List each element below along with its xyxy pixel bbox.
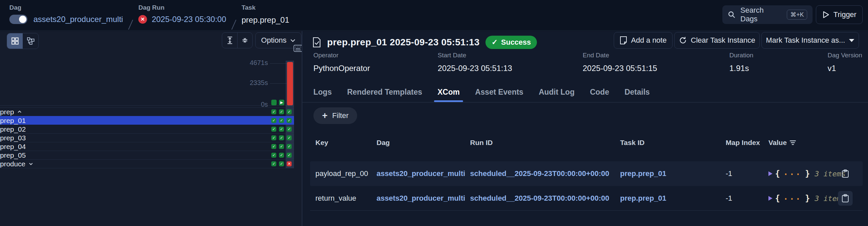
xcom-dag-link[interactable]: assets20_producer_multi <box>376 161 465 186</box>
refresh-icon <box>679 36 687 44</box>
task-row-prep-04[interactable]: prep_04 <box>0 142 294 151</box>
expand-value-icon[interactable] <box>769 196 772 201</box>
status-square[interactable] <box>279 153 284 158</box>
dag-run-label: Dag Run <box>138 4 226 11</box>
status-square[interactable] <box>287 161 292 166</box>
xcom-run-id-link[interactable]: scheduled__2025-09-23T00:00:00+00:00 <box>470 161 609 186</box>
breadcrumb-dag-run-link[interactable]: 2025-09-23 05:30:00 <box>152 15 226 24</box>
breadcrumb: Dag assets20_producer_multi Dag Run ✕ 20… <box>9 4 289 30</box>
top-header: Dag assets20_producer_multi Dag Run ✕ 20… <box>0 0 868 31</box>
column-header-dag[interactable]: Dag <box>376 135 390 151</box>
manual-run-play-icon: ▶ <box>279 100 284 105</box>
task-name: prep_01 <box>0 116 26 125</box>
task-row-produce[interactable]: produce <box>0 159 294 168</box>
task-name: prep_02 <box>0 125 26 133</box>
column-header-key[interactable]: Key <box>315 135 329 151</box>
status-square[interactable] <box>271 153 276 158</box>
collapse-rows-button[interactable] <box>237 33 252 48</box>
task-name: prep_05 <box>0 151 26 159</box>
xcom-map-index: -1 <box>726 161 732 186</box>
status-square[interactable] <box>279 127 284 132</box>
expand-value-icon[interactable] <box>769 171 772 176</box>
expand-rows-button[interactable] <box>222 33 237 48</box>
clear-task-instance-button[interactable]: Clear Task Instance <box>674 32 760 49</box>
tab-xcom[interactable]: XCom <box>437 84 459 102</box>
status-square[interactable] <box>279 144 284 149</box>
search-dags-label: Search Dags <box>740 6 779 23</box>
tab-bar: Logs Rendered Templates XCom Asset Event… <box>302 84 868 103</box>
axis-tick-mid: 2335s <box>245 79 268 87</box>
value-filter-icon[interactable] <box>789 140 796 145</box>
task-row-prep-02[interactable]: prep_02 <box>0 125 294 133</box>
copy-value-button[interactable] <box>838 166 852 181</box>
task-instance-header: prep.prep_01 2025-09-23 05:51:13 ✓ Succe… <box>312 36 537 49</box>
mark-task-instance-as-dropdown[interactable]: Mark Task Instance as... <box>762 32 859 49</box>
xcom-dag-link[interactable]: assets20_producer_multi <box>376 186 465 211</box>
tab-code[interactable]: Code <box>590 84 610 102</box>
grid-view-button[interactable] <box>7 33 23 49</box>
axis-baseline <box>0 105 293 106</box>
search-dags-button[interactable]: Search Dags ⌘+K <box>722 5 812 24</box>
xcom-run-id-link[interactable]: scheduled__2025-09-23T00:00:00+00:00 <box>470 186 609 211</box>
tab-rendered-templates[interactable]: Rendered Templates <box>347 84 422 102</box>
task-row-prep-05[interactable]: prep_05 <box>0 151 294 159</box>
breadcrumb-separator <box>128 20 133 30</box>
add-note-button[interactable]: Add a note <box>614 32 673 49</box>
xcom-task-id-link[interactable]: prep.prep_01 <box>620 161 666 186</box>
trigger-button[interactable]: Trigger <box>816 5 863 24</box>
keyboard-shortcuts-icon[interactable] <box>293 44 303 52</box>
tab-logs[interactable]: Logs <box>313 84 332 102</box>
run-bar-failed[interactable] <box>287 62 293 105</box>
task-row-prep[interactable]: prep <box>0 107 294 116</box>
status-square[interactable] <box>287 144 292 149</box>
status-square[interactable] <box>271 118 276 123</box>
status-square[interactable] <box>287 135 292 140</box>
task-name: prep <box>0 108 14 116</box>
note-icon <box>620 36 627 45</box>
status-square[interactable] <box>271 161 276 166</box>
dag-pause-toggle[interactable] <box>9 15 27 24</box>
status-square[interactable] <box>279 118 284 123</box>
add-filter-button[interactable]: + Filter <box>313 107 357 124</box>
status-square[interactable] <box>271 109 276 114</box>
check-icon: ✓ <box>492 38 497 47</box>
status-square[interactable] <box>287 127 292 132</box>
column-header-map-index[interactable]: Map Index <box>726 135 760 151</box>
meta-operator: Operator PythonOperator <box>313 52 370 73</box>
options-label: Options <box>261 36 287 45</box>
run-bar-manual[interactable]: ▶ <box>279 100 284 105</box>
tab-audit-log[interactable]: Audit Log <box>538 84 574 102</box>
xcom-task-id-link[interactable]: prep.prep_01 <box>620 186 666 211</box>
graph-view-button[interactable] <box>23 33 38 49</box>
grid-panel: Options 4671s 2335s 0s ▶ prep <box>0 31 302 226</box>
status-square[interactable] <box>279 109 284 114</box>
breadcrumb-dag-link[interactable]: assets20_producer_multi <box>33 15 123 24</box>
airflow-app: Dag assets20_producer_multi Dag Run ✕ 20… <box>0 0 868 226</box>
breadcrumb-separator <box>231 20 237 30</box>
column-header-value[interactable]: Value <box>769 135 787 151</box>
tab-asset-events[interactable]: Asset Events <box>475 84 523 102</box>
column-header-run-id[interactable]: Run ID <box>470 135 493 151</box>
xcom-key: payload_rep_00 <box>315 161 368 186</box>
search-icon <box>728 11 736 19</box>
status-square[interactable] <box>287 109 292 114</box>
breadcrumb-dag: Dag assets20_producer_multi <box>9 4 123 30</box>
status-square[interactable] <box>271 127 276 132</box>
filter-label: Filter <box>332 111 348 120</box>
tab-details[interactable]: Details <box>624 84 650 102</box>
copy-value-button[interactable] <box>838 191 852 206</box>
status-square[interactable] <box>271 144 276 149</box>
status-square[interactable] <box>271 135 276 140</box>
status-square[interactable] <box>279 161 284 166</box>
axis-tick-max: 4671s <box>245 59 268 67</box>
meta-start-date: Start Date 2025-09-23 05:51:13 <box>438 52 512 73</box>
status-square[interactable] <box>287 118 292 123</box>
task-row-prep-01[interactable]: prep_01 <box>0 116 294 125</box>
status-square[interactable] <box>287 153 292 158</box>
chevron-up-icon <box>18 110 22 114</box>
status-square[interactable] <box>279 135 284 140</box>
run-bar[interactable] <box>271 100 277 105</box>
trigger-label: Trigger <box>834 10 857 19</box>
task-row-prep-03[interactable]: prep_03 <box>0 133 294 142</box>
column-header-task-id[interactable]: Task ID <box>620 135 645 151</box>
